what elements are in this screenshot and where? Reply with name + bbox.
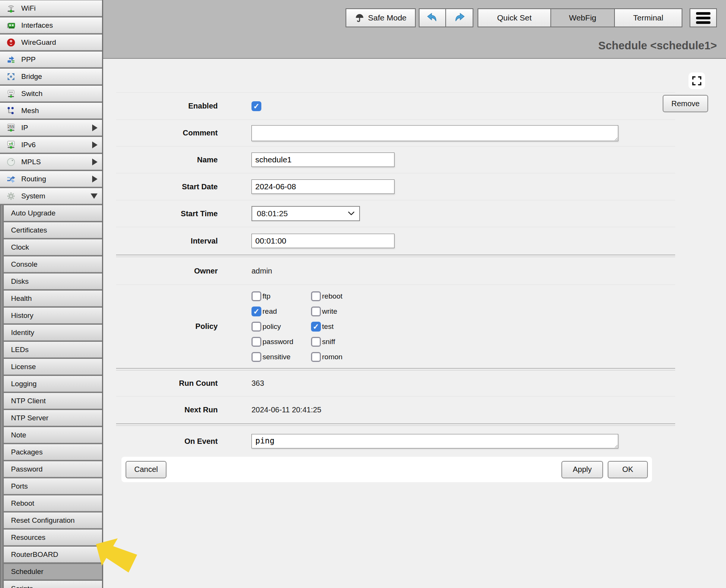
sidebar-subitem[interactable]: Password <box>4 461 102 477</box>
sidebar-item-wifi[interactable]: WiFi <box>0 0 102 16</box>
sidebar-item-interfaces[interactable]: Interfaces <box>0 17 102 33</box>
next-run-row: Next Run 2024-06-11 20:41:25 <box>116 396 675 423</box>
sidebar-subitem[interactable]: Reset Configuration <box>4 513 102 528</box>
on-event-textarea[interactable]: ping <box>251 434 618 448</box>
policy-option-label: test <box>322 322 334 331</box>
sidebar-item-label: IPv6 <box>21 141 36 149</box>
sidebar-subitem[interactable]: License <box>4 359 102 375</box>
policy-checkbox[interactable] <box>251 307 261 316</box>
policy-checkbox[interactable] <box>251 352 261 362</box>
ipv6-icon: v6 <box>5 140 17 150</box>
sidebar-subitem[interactable]: Reboot <box>4 495 102 511</box>
sidebar-item-switch[interactable]: Switch <box>0 86 102 102</box>
submenu-arrow-icon <box>92 124 97 131</box>
name-input[interactable] <box>251 153 394 167</box>
sidebar-item-mesh[interactable]: Mesh <box>0 103 102 119</box>
policy-option: password <box>251 337 311 347</box>
interval-label: Interval <box>116 237 218 245</box>
on-event-row: On Event ping <box>116 426 675 456</box>
wifi-icon <box>5 3 17 13</box>
sidebar-item-label: MPLS <box>21 158 41 166</box>
policy-checkbox[interactable] <box>311 322 321 332</box>
policy-checkbox[interactable] <box>251 291 261 301</box>
interfaces-icon <box>5 20 17 30</box>
policy-checkbox[interactable] <box>251 337 261 347</box>
chevron-down-icon <box>348 211 355 216</box>
sidebar-subitem[interactable]: Auto Upgrade <box>4 205 102 221</box>
sidebar-item-system[interactable]: System <box>0 188 102 204</box>
routing-icon <box>5 174 17 184</box>
svg-text:v6: v6 <box>9 141 13 146</box>
sidebar-subitem[interactable]: Packages <box>4 444 102 460</box>
ip-icon: 255 <box>5 123 17 133</box>
system-submenu: Auto UpgradeCertificatesClockConsoleDisk… <box>1 205 102 588</box>
owner-label: Owner <box>116 267 218 275</box>
sidebar-subitem[interactable]: Clock <box>4 239 102 255</box>
sidebar-subitem[interactable]: Console <box>4 256 102 272</box>
fullscreen-button[interactable] <box>688 72 705 89</box>
enabled-checkbox[interactable] <box>251 101 261 111</box>
hamburger-menu-button[interactable] <box>690 8 717 27</box>
policy-option-label: ftp <box>262 292 270 300</box>
sidebar-subitem[interactable]: History <box>4 308 102 324</box>
sidebar-subitem[interactable]: Scheduler <box>4 564 102 580</box>
sidebar-item-bridge[interactable]: Bridge <box>0 69 102 85</box>
policy-option: policy <box>251 322 311 332</box>
sidebar-subitem[interactable]: Health <box>4 291 102 307</box>
policy-option: test <box>311 322 343 332</box>
start-time-row: Start Time 08:01:25 <box>116 200 675 227</box>
sidebar-item-wireguard[interactable]: WireGuard <box>0 35 102 50</box>
sidebar-subitem[interactable]: Disks <box>4 274 102 289</box>
start-time-select[interactable]: 08:01:25 <box>251 206 360 221</box>
expanded-arrow-icon <box>91 193 97 199</box>
submenu-arrow-icon <box>92 159 97 165</box>
wireguard-icon <box>5 38 17 47</box>
sidebar-subitem[interactable]: LEDs <box>4 342 102 358</box>
redo-button[interactable] <box>446 8 473 27</box>
sidebar-subitem[interactable]: Scripts <box>4 581 102 588</box>
safe-mode-button[interactable]: Safe Mode <box>346 8 416 27</box>
sidebar-subitem[interactable]: Ports <box>4 478 102 494</box>
undo-icon <box>426 12 438 24</box>
sidebar-subitem[interactable]: Resources <box>4 530 102 546</box>
sidebar-subitem[interactable]: Note <box>4 427 102 443</box>
comment-textarea[interactable] <box>251 125 618 141</box>
sidebar-subitem[interactable]: Logging <box>4 376 102 392</box>
section-divider <box>116 423 675 426</box>
sidebar-subitem[interactable]: NTP Client <box>4 393 102 409</box>
undo-button[interactable] <box>419 8 446 27</box>
policy-option: ftp <box>251 291 311 301</box>
sidebar-item-ip[interactable]: 255 IP <box>0 120 102 136</box>
policy-checkbox[interactable] <box>251 322 261 332</box>
policy-checkbox[interactable] <box>311 352 321 362</box>
on-event-label: On Event <box>116 437 218 446</box>
sidebar-item-ppp[interactable]: PPP <box>0 52 102 68</box>
apply-button[interactable]: Apply <box>561 461 603 478</box>
safe-mode-label: Safe Mode <box>368 13 407 22</box>
sidebar-subitem[interactable]: NTP Server <box>4 410 102 426</box>
bridge-icon <box>5 72 17 82</box>
start-date-input[interactable] <box>251 179 394 194</box>
policy-column-2: reboot write test sniff <box>311 291 343 362</box>
policy-checkbox[interactable] <box>311 337 321 347</box>
sidebar-item-label: WireGuard <box>21 38 56 47</box>
policy-option-label: romon <box>322 353 343 361</box>
sidebar-item-ipv6[interactable]: v6 IPv6 <box>0 137 102 153</box>
interval-input[interactable] <box>251 234 394 248</box>
policy-checkbox[interactable] <box>311 291 321 301</box>
ok-button[interactable]: OK <box>608 461 648 478</box>
cancel-button[interactable]: Cancel <box>126 461 167 478</box>
sidebar-item-routing[interactable]: Routing <box>0 171 102 187</box>
sidebar-subitem[interactable]: Certificates <box>4 222 102 238</box>
sidebar: WiFi Interfaces WireGuard PPP Bridge Swi… <box>0 0 103 588</box>
sidebar-subitem[interactable]: Identity <box>4 325 102 341</box>
sidebar-item-label: PPP <box>21 55 36 64</box>
next-run-label: Next Run <box>116 406 218 414</box>
tab-terminal[interactable]: Terminal <box>614 9 682 27</box>
start-time-label: Start Time <box>116 209 218 218</box>
policy-option-label: password <box>262 338 293 346</box>
policy-checkbox[interactable] <box>311 307 321 316</box>
sidebar-item-mpls[interactable]: MPLS <box>0 154 102 170</box>
tab-webfig[interactable]: WebFig <box>550 9 614 27</box>
tab-quick-set[interactable]: Quick Set <box>478 9 550 27</box>
